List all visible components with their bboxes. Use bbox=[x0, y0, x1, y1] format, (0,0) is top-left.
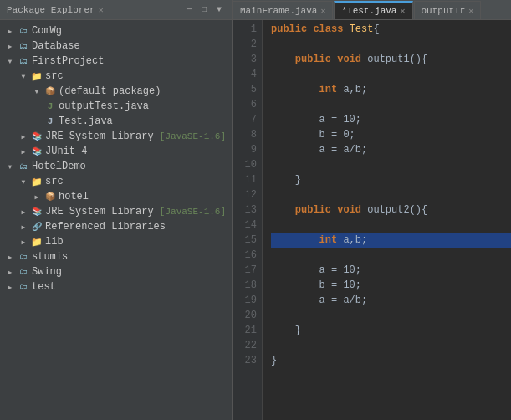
code-line-11: } bbox=[271, 172, 511, 187]
tree-label-hotel-src: src bbox=[45, 176, 64, 187]
arrow-down-icon: ▼ bbox=[30, 85, 43, 98]
tree-label-hotel-package: hotel bbox=[59, 191, 89, 202]
tree-item-test-java[interactable]: J Test.java bbox=[0, 114, 232, 129]
tree-label-swing: Swing bbox=[32, 266, 62, 278]
editor-panel: MainFrame.java ✕ *Test.java ✕ outputTr ✕… bbox=[233, 0, 511, 420]
code-line-1: public class Test{ bbox=[271, 22, 511, 37]
tree-item-stumis[interactable]: ▶ 🗂 stumis bbox=[0, 249, 232, 264]
code-line-20 bbox=[271, 308, 511, 323]
tree-item-referenced-libraries[interactable]: ▶ 🔗 Referenced Libraries bbox=[0, 219, 232, 234]
tree-item-hotel-src[interactable]: ▼ 📁 src bbox=[0, 174, 232, 189]
main-layout: Package Explorer ✕ ─ □ ▼ ▶ 🗂 ComWg ▶ 🗂 bbox=[0, 0, 511, 420]
code-line-16 bbox=[271, 248, 511, 263]
tree-item-test[interactable]: ▶ 🗂 test bbox=[0, 279, 232, 295]
code-line-15: int a,b; bbox=[271, 233, 511, 248]
tree-label-src: src bbox=[45, 70, 64, 82]
tree-item-database[interactable]: ▶ 🗂 Database bbox=[0, 38, 232, 54]
tree-item-firstproject[interactable]: ▼ 🗂 FirstProject bbox=[0, 54, 232, 69]
tree-item-junit4[interactable]: ▶ 📚 JUnit 4 bbox=[0, 144, 232, 159]
code-line-21: } bbox=[271, 323, 511, 338]
src-icon: 📁 bbox=[30, 175, 43, 188]
tree-label-database: Database bbox=[32, 40, 80, 52]
tree-label-test: test bbox=[32, 281, 56, 293]
tab-test-close[interactable]: ✕ bbox=[400, 6, 405, 16]
tree-label-test-java: Test.java bbox=[59, 115, 113, 127]
package-tree: ▶ 🗂 ComWg ▶ 🗂 Database ▼ 🗂 FirstProject bbox=[0, 20, 232, 420]
arrow-right-icon: ▶ bbox=[3, 39, 17, 53]
code-line-4 bbox=[271, 67, 511, 82]
tree-label-firstproject: FirstProject bbox=[32, 55, 104, 67]
panel-header: Package Explorer ✕ ─ □ ▼ bbox=[0, 0, 232, 20]
arrow-down-icon: ▼ bbox=[3, 54, 17, 68]
arrow-down-icon: ▼ bbox=[3, 160, 17, 173]
code-line-18: b = 10; bbox=[271, 278, 511, 293]
arrow-right-icon: ▶ bbox=[3, 24, 17, 38]
tree-item-hoteldemo[interactable]: ▼ 🗂 HotelDemo bbox=[0, 159, 232, 174]
minimize-icon[interactable]: ─ bbox=[183, 4, 195, 16]
tab-test-label: *Test.java bbox=[341, 6, 396, 16]
tab-test[interactable]: *Test.java ✕ bbox=[334, 1, 412, 19]
tree-label-hotel-jre: JRE System Library [JavaSE-1.6] bbox=[45, 206, 226, 218]
code-line-19: a = a/b; bbox=[271, 293, 511, 308]
tree-item-swing[interactable]: ▶ 🗂 Swing bbox=[0, 264, 232, 279]
project-icon: 🗂 bbox=[17, 265, 30, 279]
tree-item-jre[interactable]: ▶ 📚 JRE System Library [JavaSE-1.6] bbox=[0, 129, 232, 144]
tree-item-outputtest[interactable]: J outputTest.java bbox=[0, 99, 232, 114]
code-content[interactable]: public class Test{ public void output1()… bbox=[263, 20, 511, 420]
jar-icon: 📚 bbox=[30, 130, 43, 143]
project-icon: 🗂 bbox=[17, 160, 30, 173]
folder-icon: 📁 bbox=[30, 235, 43, 248]
arrow-right-icon: ▶ bbox=[17, 220, 30, 233]
left-panel: Package Explorer ✕ ─ □ ▼ ▶ 🗂 ComWg ▶ 🗂 bbox=[0, 0, 233, 420]
code-line-10 bbox=[271, 157, 511, 172]
project-icon: 🗂 bbox=[17, 39, 30, 53]
arrow-right-icon: ▶ bbox=[17, 145, 30, 158]
tree-item-src[interactable]: ▼ 📁 src bbox=[0, 69, 232, 84]
maximize-icon[interactable]: □ bbox=[198, 4, 210, 16]
tree-label-jre: JRE System Library [JavaSE-1.6] bbox=[45, 131, 226, 142]
tab-mainframe-close[interactable]: ✕ bbox=[320, 6, 325, 16]
tree-label-lib: lib bbox=[45, 236, 64, 248]
tree-item-comwg[interactable]: ▶ 🗂 ComWg bbox=[0, 23, 232, 38]
code-line-23: } bbox=[271, 353, 511, 368]
code-line-14 bbox=[271, 218, 511, 233]
code-line-9: a = a/b; bbox=[271, 142, 511, 157]
arrow-right-icon: ▶ bbox=[3, 265, 17, 279]
tree-item-default-package[interactable]: ▼ 📦 (default package) bbox=[0, 84, 232, 99]
tab-output[interactable]: outputTr ✕ bbox=[414, 1, 482, 19]
arrow-right-icon: ▶ bbox=[17, 235, 30, 248]
arrow-right-icon: ▶ bbox=[3, 280, 17, 294]
line-numbers: 1 2 3 4 5 6 7 8 9 10 11 12 13 14 15 16 1… bbox=[233, 20, 263, 420]
code-line-12 bbox=[271, 187, 511, 202]
code-editor: 1 2 3 4 5 6 7 8 9 10 11 12 13 14 15 16 1… bbox=[233, 20, 511, 420]
arrow-right-icon: ▶ bbox=[17, 130, 30, 143]
tab-output-label: outputTr bbox=[422, 6, 466, 16]
arrow-right-icon: ▶ bbox=[3, 250, 17, 264]
tree-label-hoteldemo: HotelDemo bbox=[32, 161, 86, 172]
tree-label-stumis: stumis bbox=[32, 251, 68, 263]
tab-mainframe-label: MainFrame.java bbox=[240, 6, 317, 16]
tab-output-close[interactable]: ✕ bbox=[468, 6, 473, 16]
tree-item-hotel-jre[interactable]: ▶ 📚 JRE System Library [JavaSE-1.6] bbox=[0, 204, 232, 219]
panel-header-actions: ─ □ ▼ bbox=[183, 4, 225, 16]
tree-label-junit4: JUnit 4 bbox=[45, 146, 87, 157]
code-line-2 bbox=[271, 37, 511, 52]
jar-icon: 📚 bbox=[30, 205, 43, 218]
tree-item-lib[interactable]: ▶ 📁 lib bbox=[0, 234, 232, 249]
panel-header-title: Package Explorer ✕ bbox=[7, 5, 104, 15]
package-explorer-title: Package Explorer bbox=[7, 5, 95, 15]
lib-icon: 🔗 bbox=[30, 220, 43, 233]
view-menu-icon[interactable]: ▼ bbox=[213, 4, 225, 16]
tab-bar: MainFrame.java ✕ *Test.java ✕ outputTr ✕ bbox=[233, 0, 511, 20]
tree-item-hotel-package[interactable]: ▶ 📦 hotel bbox=[0, 189, 232, 204]
src-icon: 📁 bbox=[30, 69, 43, 83]
code-line-5: int a,b; bbox=[271, 82, 511, 97]
code-line-7: a = 10; bbox=[271, 112, 511, 127]
java-file-icon: J bbox=[43, 100, 57, 113]
project-icon: 🗂 bbox=[17, 24, 30, 38]
tree-label-comwg: ComWg bbox=[32, 25, 62, 37]
close-icon: ✕ bbox=[99, 5, 104, 15]
code-line-17: a = 10; bbox=[271, 263, 511, 278]
code-line-8: b = 0; bbox=[271, 127, 511, 142]
tab-mainframe[interactable]: MainFrame.java ✕ bbox=[233, 1, 333, 19]
